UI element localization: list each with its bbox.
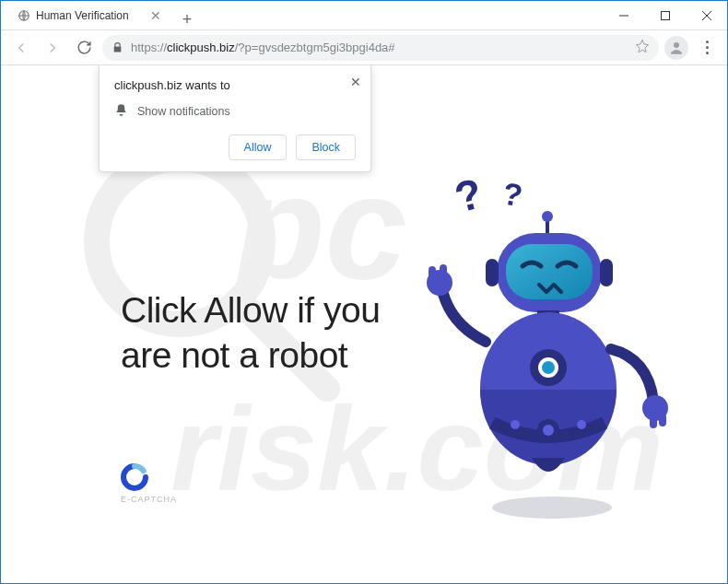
tab-strip: Human Verification ✕ + xyxy=(1,1,200,29)
url-host: clickpush.biz xyxy=(167,41,235,54)
svg-point-24 xyxy=(511,420,520,429)
permission-request-row: Show notifications xyxy=(114,103,356,120)
headline-text: Click Allow if you are not a robot xyxy=(121,288,397,379)
permission-origin-text: clickpush.biz wants to xyxy=(114,78,356,92)
url-path: /?p=gvsdezbtgm5gi3bpgi4da# xyxy=(235,41,395,54)
captcha-brand: E-CAPTCHA xyxy=(121,463,177,504)
captcha-brand-text: E-CAPTCHA xyxy=(121,495,177,504)
svg-rect-31 xyxy=(659,414,666,426)
tab-active[interactable]: Human Verification ✕ xyxy=(8,2,174,29)
lock-icon xyxy=(112,41,123,53)
minimize-button[interactable] xyxy=(603,1,644,30)
kebab-icon xyxy=(700,41,714,54)
allow-button[interactable]: Allow xyxy=(229,134,288,160)
tab-close-icon[interactable]: ✕ xyxy=(147,8,165,23)
menu-button[interactable] xyxy=(694,35,720,61)
svg-text:?: ? xyxy=(450,176,487,222)
bookmark-star-icon[interactable] xyxy=(635,39,650,56)
permission-dialog: ✕ clickpush.biz wants to Show notificati… xyxy=(99,65,371,172)
reload-button[interactable] xyxy=(71,35,97,61)
page-content: pc risk.com ✕ clickpush.biz wants to Sho… xyxy=(1,65,727,583)
profile-avatar[interactable] xyxy=(664,36,688,60)
new-tab-button[interactable]: + xyxy=(174,10,200,29)
svg-point-2 xyxy=(674,42,679,48)
close-window-button[interactable] xyxy=(686,1,727,30)
maximize-button[interactable] xyxy=(644,1,686,30)
svg-rect-30 xyxy=(650,415,657,428)
forward-button[interactable] xyxy=(40,35,65,61)
robot-illustration: ? ? xyxy=(414,176,672,526)
svg-rect-15 xyxy=(486,259,499,286)
svg-text:?: ? xyxy=(500,176,525,214)
svg-rect-27 xyxy=(429,266,436,279)
url-text: https://clickpush.biz/?p=gvsdezbtgm5gi3b… xyxy=(131,41,395,54)
address-bar[interactable]: https://clickpush.biz/?p=gvsdezbtgm5gi3b… xyxy=(102,35,659,61)
svg-point-11 xyxy=(542,211,553,222)
globe-icon xyxy=(18,9,30,22)
svg-rect-28 xyxy=(440,264,447,277)
back-button[interactable] xyxy=(8,35,34,61)
svg-point-21 xyxy=(542,361,555,374)
bell-icon xyxy=(114,103,128,120)
window-controls xyxy=(603,1,727,29)
dialog-close-icon[interactable]: ✕ xyxy=(350,75,361,89)
tab-title: Human Verification xyxy=(36,9,141,22)
svg-point-25 xyxy=(577,420,586,429)
captcha-logo-icon xyxy=(121,463,148,491)
svg-point-9 xyxy=(492,496,612,519)
svg-point-23 xyxy=(543,425,554,436)
permission-request-text: Show notifications xyxy=(137,105,230,118)
svg-rect-1 xyxy=(661,12,669,20)
url-scheme: https:// xyxy=(131,41,167,54)
toolbar: https://clickpush.biz/?p=gvsdezbtgm5gi3b… xyxy=(1,30,727,65)
svg-rect-16 xyxy=(600,259,613,286)
browser-window: Human Verification ✕ + xyxy=(0,0,728,584)
titlebar: Human Verification ✕ + xyxy=(1,1,727,30)
block-button[interactable]: Block xyxy=(296,134,356,160)
